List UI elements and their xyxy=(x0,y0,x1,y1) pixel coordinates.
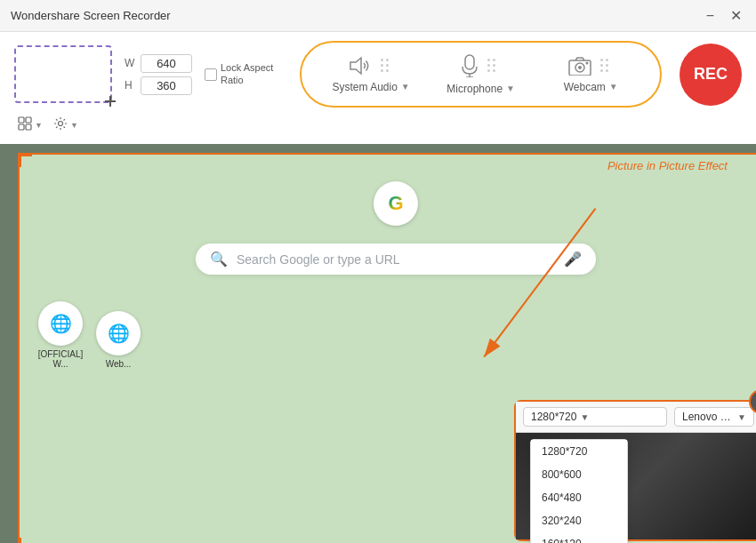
capture-area-preview xyxy=(14,45,112,103)
webcam-arrow: ▼ xyxy=(609,82,618,92)
thumb-item-2[interactable]: 🌐 Web... xyxy=(96,311,141,369)
system-audio-dropdown[interactable]: System Audio ▼ xyxy=(332,81,409,93)
width-label: W xyxy=(125,57,137,69)
app-title: Wondershare Screen Recorder xyxy=(11,9,171,22)
svg-rect-9 xyxy=(26,117,31,123)
google-g-letter: G xyxy=(388,192,403,215)
camera-icon xyxy=(568,56,591,76)
cam-dropdown-arrow: ▼ xyxy=(737,412,746,422)
res-option-1[interactable]: 800*600 xyxy=(531,463,627,486)
audio-drag-dots xyxy=(375,59,394,72)
lock-label: Lock AspectRatio xyxy=(221,62,273,85)
microphone-arrow: ▼ xyxy=(506,84,515,93)
pip-overlay: + 1280*720 ▼ 1280*720 800*600 640*480 xyxy=(514,400,756,541)
thumb-label-2: Web... xyxy=(106,359,132,369)
height-input[interactable] xyxy=(141,76,192,95)
resolution-list: 1280*720 800*600 640*480 320*240 160*120 xyxy=(530,439,628,543)
system-audio-arrow: ▼ xyxy=(401,82,410,92)
layout-arrow: ▼ xyxy=(35,121,43,130)
lock-aspect-ratio[interactable]: Lock AspectRatio xyxy=(205,62,273,85)
pip-top-bar: 1280*720 ▼ 1280*720 800*600 640*480 320*… xyxy=(516,402,756,433)
svg-rect-11 xyxy=(26,124,31,130)
area-selector xyxy=(14,45,112,103)
google-logo: G xyxy=(374,181,418,226)
microphone-dropdown[interactable]: Microphone ▼ xyxy=(446,83,515,95)
close-button[interactable]: ✕ xyxy=(727,9,745,23)
svg-rect-8 xyxy=(19,117,24,123)
microphone-control: Microphone ▼ xyxy=(426,54,536,95)
res-option-2[interactable]: 640*480 xyxy=(531,486,627,509)
res-dropdown-arrow: ▼ xyxy=(580,412,589,422)
svg-point-12 xyxy=(58,122,62,126)
browser-content: G 🔍 Search Google or type a URL 🎤 🌐 [OFF… xyxy=(18,153,756,543)
pip-label-text: Picture in Picture Effect xyxy=(607,159,728,172)
height-label: H xyxy=(125,79,137,92)
thumb-label-1: [OFFICIAL] W... xyxy=(34,349,87,369)
settings-icon xyxy=(53,116,68,133)
webcam-label: Webcam xyxy=(564,81,606,93)
control-panel: W H Lock AspectRatio xyxy=(0,32,756,144)
webcam-dropdown[interactable]: Webcam ▼ xyxy=(564,81,618,93)
mic-drag-dots xyxy=(482,59,501,72)
pip-label: Picture in Picture Effect xyxy=(607,159,728,172)
svg-rect-1 xyxy=(465,55,474,69)
settings-button[interactable]: ▼ xyxy=(50,115,82,135)
search-bar[interactable]: 🔍 Search Google or type a URL 🎤 xyxy=(196,244,596,275)
toolbar-row: ▼ ▼ Custom Full Screen 1 xyxy=(14,115,742,139)
crosshair xyxy=(105,96,116,107)
search-icon: 🔍 xyxy=(210,251,228,268)
svg-rect-10 xyxy=(19,124,24,130)
thumb-circle-1: 🌐 xyxy=(38,301,83,346)
minimize-button[interactable]: − xyxy=(703,9,718,23)
width-row: W xyxy=(125,54,192,73)
control-top-row: W H Lock AspectRatio xyxy=(14,41,742,108)
dimensions-panel: W H xyxy=(125,54,192,95)
svg-marker-0 xyxy=(350,58,361,74)
lock-checkbox[interactable] xyxy=(205,68,217,81)
webcam-drag-dots xyxy=(595,59,614,72)
thumb-chrome-icon: 🌐 xyxy=(50,313,72,334)
thumb-web-icon: 🌐 xyxy=(108,323,130,344)
camera-label: Lenovo EasyC xyxy=(682,411,734,423)
mic-search-icon[interactable]: 🎤 xyxy=(564,251,582,268)
res-option-4[interactable]: 160*120 xyxy=(531,532,627,543)
settings-arrow: ▼ xyxy=(70,121,78,130)
res-option-3[interactable]: 320*240 xyxy=(531,509,627,532)
width-input[interactable] xyxy=(141,54,192,73)
main-area: G 🔍 Search Google or type a URL 🎤 🌐 [OFF… xyxy=(0,144,756,543)
corner-tl xyxy=(20,155,32,167)
resolution-selected: 1280*720 xyxy=(531,411,576,423)
thumb-circle-2: 🌐 xyxy=(96,311,141,355)
crosshair-vertical xyxy=(109,96,111,107)
app-window: Wondershare Screen Recorder − ✕ W xyxy=(0,0,756,543)
system-audio-control: System Audio ▼ xyxy=(316,56,426,93)
window-controls: − ✕ xyxy=(703,9,745,23)
svg-point-6 xyxy=(578,66,582,69)
webcam-control: Webcam ▼ xyxy=(535,56,646,93)
res-option-0[interactable]: 1280*720 xyxy=(531,440,627,463)
title-bar: Wondershare Screen Recorder − ✕ xyxy=(0,0,756,32)
media-controls-group: System Audio ▼ xyxy=(300,41,662,108)
layout-icon xyxy=(18,116,32,133)
thumb-item-1[interactable]: 🌐 [OFFICIAL] W... xyxy=(34,301,87,369)
height-row: H xyxy=(125,76,192,95)
mic-icon xyxy=(461,54,479,77)
corner-bl xyxy=(20,538,32,543)
system-audio-label: System Audio xyxy=(332,81,397,93)
microphone-label: Microphone xyxy=(446,83,503,95)
layout-button[interactable]: ▼ xyxy=(14,115,46,135)
speaker-icon xyxy=(349,56,372,76)
camera-dropdown[interactable]: Lenovo EasyC ▼ xyxy=(674,407,754,427)
rec-button[interactable]: REC xyxy=(680,44,742,106)
resolution-wrapper: 1280*720 ▼ 1280*720 800*600 640*480 320*… xyxy=(523,407,667,427)
svg-point-7 xyxy=(585,61,588,64)
resolution-dropdown[interactable]: 1280*720 ▼ xyxy=(523,407,667,427)
search-placeholder: Search Google or type a URL xyxy=(237,252,555,267)
thumbnails-row: 🌐 [OFFICIAL] W... 🌐 Web... xyxy=(20,292,756,378)
